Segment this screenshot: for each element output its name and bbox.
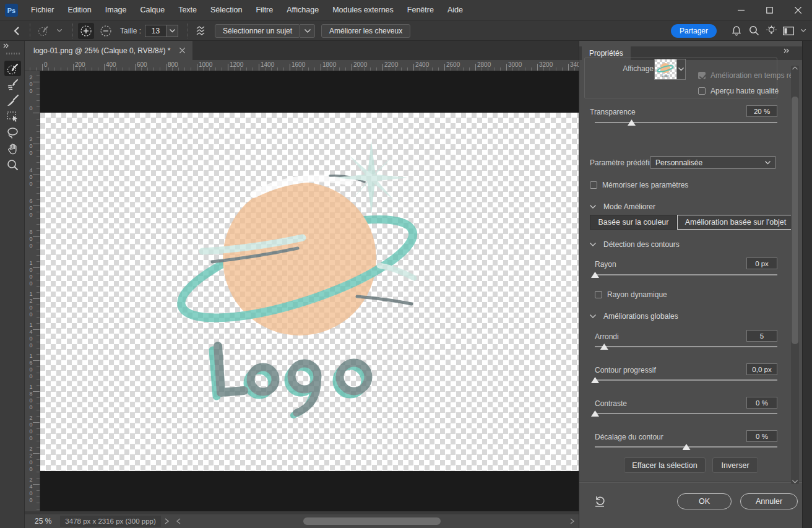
quick-selection-tool[interactable] xyxy=(4,61,21,76)
smooth-value[interactable]: 5 xyxy=(746,330,777,342)
panel-expand-icon[interactable] xyxy=(784,48,790,53)
scroll-right-icon[interactable] xyxy=(570,518,575,524)
brush-tool[interactable] xyxy=(4,93,21,108)
maximize-button[interactable] xyxy=(755,0,784,20)
brush-size-input[interactable]: 13 xyxy=(145,25,166,37)
smart-radius-checkbox[interactable]: Rayon dynamique xyxy=(595,290,667,299)
brush-options-chevron-icon[interactable] xyxy=(51,23,67,39)
workspace-switcher-icon[interactable] xyxy=(780,23,797,39)
horizontal-scrollbar-thumb[interactable] xyxy=(303,517,441,525)
scroll-up-icon[interactable] xyxy=(792,66,798,70)
high-quality-preview-checkbox[interactable]: Aperçu haute qualité xyxy=(698,87,779,95)
menu-item-texte[interactable]: Texte xyxy=(171,0,204,20)
workspace-chevron-icon[interactable] xyxy=(798,23,808,39)
dock-grip[interactable] xyxy=(6,53,21,54)
menu-item-affichage[interactable]: Affichage xyxy=(280,0,326,20)
menu-item-sélection[interactable]: Sélection xyxy=(204,0,249,20)
document-tab-bar: logo-01.png @ 25% (Calque 0, RVB/8#) * xyxy=(0,41,579,60)
section-edge-detection[interactable]: Détection des contours xyxy=(590,240,680,249)
remember-settings-checkbox[interactable]: Mémoriser les paramètres xyxy=(590,181,688,189)
select-subject-button[interactable]: Sélectionner un sujet xyxy=(215,24,300,38)
contrast-value[interactable]: 0 % xyxy=(746,397,777,409)
collapsed-panel-dock[interactable] xyxy=(802,41,812,528)
add-to-selection-icon[interactable] xyxy=(78,23,94,39)
tab-close-icon[interactable] xyxy=(178,46,186,55)
menu-item-fenêtre[interactable]: Fenêtre xyxy=(400,0,441,20)
checkbox-icon[interactable] xyxy=(590,181,597,189)
menu-item-fichier[interactable]: Fichier xyxy=(24,0,61,20)
status-chevron-icon[interactable] xyxy=(165,518,170,524)
document-canvas[interactable] xyxy=(40,113,579,471)
search-icon[interactable] xyxy=(745,23,762,39)
ruler-label: 3000 xyxy=(508,61,522,68)
panel-scrollbar[interactable] xyxy=(791,66,799,484)
shift-edge-slider[interactable] xyxy=(595,443,777,451)
panel-scrollbar-thumb[interactable] xyxy=(792,97,798,344)
contrast-slider[interactable] xyxy=(595,410,777,417)
section-chevron-icon xyxy=(590,314,596,318)
color-aware-button[interactable]: Basée sur la couleur xyxy=(590,215,677,230)
feather-slider[interactable] xyxy=(595,376,777,384)
ruler-label: 1 2 0 0 xyxy=(28,291,34,318)
section-refine-mode[interactable]: Mode Améliorer xyxy=(590,202,655,211)
menu-item-filtre[interactable]: Filtre xyxy=(249,0,280,20)
menu-item-modules-externes[interactable]: Modules externes xyxy=(326,0,400,20)
checkbox-icon[interactable] xyxy=(698,87,706,95)
preset-dropdown[interactable]: Personnalisée xyxy=(650,156,776,169)
feather-value[interactable]: 0,0 px xyxy=(746,363,777,375)
transparency-value[interactable]: 20 % xyxy=(746,105,777,117)
discover-lightbulb-icon[interactable] xyxy=(762,23,780,39)
shift-edge-value[interactable]: 0 % xyxy=(746,430,777,442)
object-aware-button[interactable]: Amélioration basée sur l'objet xyxy=(677,215,794,230)
notifications-bell-icon[interactable] xyxy=(728,23,745,39)
clear-selection-button[interactable]: Effacer la sélection xyxy=(624,457,706,473)
back-arrow-icon[interactable] xyxy=(9,23,25,39)
expand-dock-icon[interactable] xyxy=(3,43,9,48)
document-tab[interactable]: logo-01.png @ 25% (Calque 0, RVB/8#) * xyxy=(25,41,192,60)
ruler-label: 0 xyxy=(44,61,48,68)
hand-tool[interactable] xyxy=(4,141,21,157)
invert-button[interactable]: Inverser xyxy=(712,457,758,473)
close-button[interactable] xyxy=(784,0,812,20)
menu-item-image[interactable]: Image xyxy=(98,0,134,20)
menu-item-edition[interactable]: Edition xyxy=(61,0,98,20)
view-mode-chevron-icon[interactable] xyxy=(677,59,686,80)
zoom-tool[interactable] xyxy=(4,157,21,173)
planet-logo-artwork xyxy=(40,113,579,471)
ok-button[interactable]: OK xyxy=(677,493,732,509)
checkbox-checked-icon[interactable] xyxy=(698,72,706,79)
ruler-label: 1 0 0 0 xyxy=(28,260,34,287)
section-global-refinements[interactable]: Améliorations globales xyxy=(590,312,678,321)
lasso-tool[interactable] xyxy=(4,125,21,141)
reset-icon[interactable] xyxy=(594,495,605,507)
scroll-down-icon[interactable] xyxy=(792,480,798,483)
smooth-slider[interactable] xyxy=(595,343,777,350)
refine-edge-brush-tool[interactable] xyxy=(4,77,21,92)
select-subject-chevron-icon[interactable] xyxy=(300,24,315,38)
view-mode-thumbnail[interactable]: Logo xyxy=(654,59,677,80)
realtime-refinement-checkbox[interactable]: Amélioration en temps réel xyxy=(698,71,799,80)
horizontal-ruler[interactable]: 0200400600800100012001400160018002000220… xyxy=(25,60,579,71)
share-button[interactable]: Partager xyxy=(671,24,717,38)
ruler-label: 1000 xyxy=(199,61,212,68)
subtract-from-selection-icon[interactable] xyxy=(98,23,114,39)
menu-item-calque[interactable]: Calque xyxy=(134,0,172,20)
refine-hair-button[interactable]: Améliorer les cheveux xyxy=(321,24,410,38)
cancel-button[interactable]: Annuler xyxy=(740,493,798,509)
radius-slider[interactable] xyxy=(595,271,777,279)
vertical-ruler[interactable]: 4 0 02 0 002 0 04 0 06 0 08 0 01 0 0 01 … xyxy=(25,71,40,511)
shift-edge-label: Décalage du contour xyxy=(595,433,663,441)
minimize-button[interactable] xyxy=(727,0,755,20)
brush-size-chevron-icon[interactable] xyxy=(166,25,178,37)
radius-value[interactable]: 0 px xyxy=(746,258,777,269)
zoom-level[interactable]: 25 % xyxy=(35,517,51,526)
checkbox-icon[interactable] xyxy=(595,291,602,298)
transparency-slider[interactable] xyxy=(595,119,777,126)
sample-all-layers-icon[interactable] xyxy=(192,23,209,39)
canvas-viewport[interactable] xyxy=(40,71,579,511)
horizontal-scrollbar[interactable] xyxy=(176,517,575,526)
object-selection-tool[interactable] xyxy=(4,109,21,124)
menu-item-aide[interactable]: Aide xyxy=(441,0,470,20)
brush-options-icon[interactable] xyxy=(35,23,51,39)
scroll-left-icon[interactable] xyxy=(176,518,181,524)
